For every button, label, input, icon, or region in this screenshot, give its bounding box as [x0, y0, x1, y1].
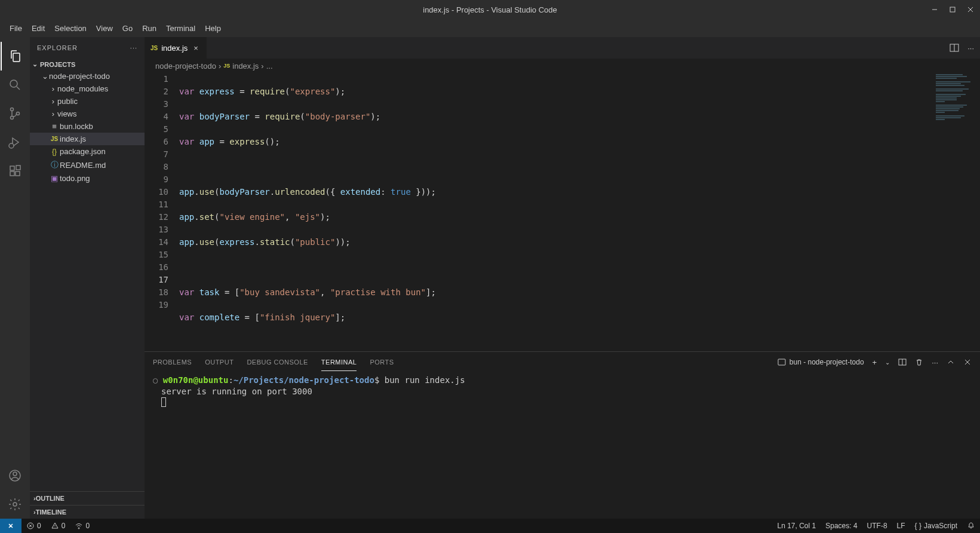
breadcrumb-more[interactable]: ... — [266, 62, 273, 71]
activity-account[interactable] — [1, 461, 29, 490]
sidebar-timeline[interactable]: › TIMELINE — [30, 505, 145, 519]
tree-folder-views[interactable]: › views — [30, 108, 145, 120]
menu-file[interactable]: File — [5, 24, 27, 33]
breadcrumb-file[interactable]: JS index.js — [223, 62, 259, 71]
status-remote-button[interactable] — [0, 519, 21, 533]
tab-close-icon[interactable]: × — [191, 44, 201, 53]
panel-more-icon[interactable]: ··· — [932, 358, 938, 367]
braces-icon: { } — [915, 522, 921, 530]
terminal-output: server is running on port 3000 — [161, 387, 312, 396]
activity-debug[interactable] — [1, 128, 29, 157]
split-terminal-icon[interactable] — [898, 358, 907, 366]
tree-file-bun-lockb[interactable]: ≡ bun.lockb — [30, 120, 145, 133]
panel-tab-problems[interactable]: PROBLEMS — [153, 354, 192, 370]
svg-point-17 — [13, 503, 17, 506]
section-label: TIMELINE — [36, 509, 66, 516]
activity-search[interactable] — [1, 71, 29, 99]
svg-rect-1 — [950, 7, 955, 12]
chevron-right-icon: › — [261, 62, 263, 71]
menu-run[interactable]: Run — [137, 24, 161, 33]
tab-actions: ··· — [950, 37, 980, 59]
sidebar-section-projects[interactable]: ⌄ PROJECTS — [30, 59, 145, 70]
tree-file-todo-png[interactable]: ▣ todo.png — [30, 172, 145, 185]
section-label: PROJECTS — [40, 61, 75, 68]
maximize-button[interactable] — [948, 5, 957, 14]
js-icon: JS — [223, 63, 230, 69]
status-cursor-position[interactable]: Ln 17, Col 1 — [773, 522, 821, 530]
terminal-dropdown-icon[interactable]: ⌄ — [885, 359, 890, 366]
menu-view[interactable]: View — [91, 24, 118, 33]
panel-tab-terminal[interactable]: TERMINAL — [321, 354, 357, 371]
activity-bar — [0, 37, 30, 519]
tree-folder-public[interactable]: › public — [30, 95, 145, 108]
terminal-shell-label[interactable]: bun - node-project-todo — [778, 358, 864, 366]
terminal-content[interactable]: ○ w0n70n@ubuntu:~/Projects/node-project-… — [145, 372, 980, 519]
panel-close-icon[interactable] — [963, 358, 972, 366]
menu-help[interactable]: Help — [200, 24, 226, 33]
editor-pane[interactable]: 12345678910111213141516171819 var expres… — [145, 73, 980, 351]
svg-rect-12 — [10, 171, 14, 176]
activity-source-control[interactable] — [1, 99, 29, 128]
panel-tab-debug[interactable]: DEBUG CONSOLE — [247, 354, 308, 370]
status-ports[interactable]: 0 — [70, 522, 94, 530]
activity-explorer[interactable] — [1, 42, 29, 71]
tab-index-js[interactable]: JS index.js × — [145, 37, 207, 59]
file-label: bun.lockb — [60, 122, 93, 131]
more-actions-icon[interactable]: ··· — [967, 44, 974, 53]
chevron-right-icon: › — [219, 62, 221, 71]
status-language[interactable]: { } JavaScript — [910, 522, 962, 530]
activity-settings[interactable] — [1, 490, 29, 519]
chevron-down-icon: ⌄ — [41, 72, 49, 81]
tree-folder-node-modules[interactable]: › node_modules — [30, 82, 145, 95]
panel-maximize-icon[interactable] — [947, 358, 955, 366]
panel-actions: bun - node-project-todo + ⌄ ··· — [778, 358, 972, 367]
panel: PROBLEMS OUTPUT DEBUG CONSOLE TERMINAL P… — [145, 351, 980, 519]
js-icon: JS — [150, 45, 158, 51]
close-button[interactable] — [966, 5, 975, 14]
activity-extensions[interactable] — [1, 157, 29, 185]
panel-tab-output[interactable]: OUTPUT — [205, 354, 234, 370]
status-warnings[interactable]: 0 — [46, 522, 70, 530]
status-encoding[interactable]: UTF-8 — [862, 522, 892, 530]
menu-go[interactable]: Go — [118, 24, 137, 33]
split-editor-icon[interactable] — [950, 43, 959, 53]
menu-selection[interactable]: Selection — [50, 24, 91, 33]
sidebar-header: EXPLORER ··· — [30, 37, 145, 59]
editor-area: JS index.js × ··· node-project-todo › JS… — [145, 37, 980, 519]
status-errors[interactable]: 0 — [21, 522, 46, 530]
menu-terminal[interactable]: Terminal — [161, 24, 200, 33]
info-icon: ⓘ — [49, 160, 60, 170]
menu-bar: File Edit Selection View Go Run Terminal… — [0, 19, 980, 37]
status-indent[interactable]: Spaces: 4 — [821, 522, 862, 530]
minimize-button[interactable] — [930, 5, 939, 14]
file-label: package.json — [60, 147, 106, 156]
folder-label: node_modules — [57, 84, 108, 93]
tree-file-package-json[interactable]: {} package.json — [30, 145, 145, 158]
activity-bottom — [1, 461, 29, 519]
svg-point-6 — [11, 108, 14, 111]
code-content[interactable]: var express = require("express"); var bo… — [179, 73, 980, 351]
panel-tabs: PROBLEMS OUTPUT DEBUG CONSOLE TERMINAL P… — [145, 352, 980, 372]
sidebar-outline[interactable]: › OUTLINE — [30, 491, 145, 505]
tree-folder-root[interactable]: ⌄ node-project-todo — [30, 70, 145, 82]
status-notifications-icon[interactable] — [962, 522, 980, 530]
svg-point-16 — [13, 472, 17, 476]
image-icon: ▣ — [49, 174, 60, 183]
panel-tab-ports[interactable]: PORTS — [370, 354, 394, 370]
file-label: todo.png — [60, 174, 90, 183]
menu-edit[interactable]: Edit — [27, 24, 50, 33]
tree-file-readme[interactable]: ⓘ README.md — [30, 158, 145, 172]
tree-file-index-js[interactable]: JS index.js — [30, 133, 145, 145]
new-terminal-icon[interactable]: + — [873, 358, 877, 367]
breadcrumb-folder[interactable]: node-project-todo — [155, 62, 216, 71]
chevron-right-icon: › — [49, 84, 57, 93]
terminal-command: bun run index.js — [385, 375, 465, 385]
window-title: index.js - Projects - Visual Studio Code — [423, 5, 557, 14]
svg-rect-11 — [10, 166, 14, 170]
sidebar-more-icon[interactable]: ··· — [130, 44, 137, 51]
kill-terminal-icon[interactable] — [915, 358, 923, 366]
svg-line-5 — [17, 87, 20, 90]
status-eol[interactable]: LF — [892, 522, 910, 530]
terminal-path: ~/Projects/node-project-todo — [234, 375, 374, 385]
tab-label: index.js — [161, 44, 188, 53]
